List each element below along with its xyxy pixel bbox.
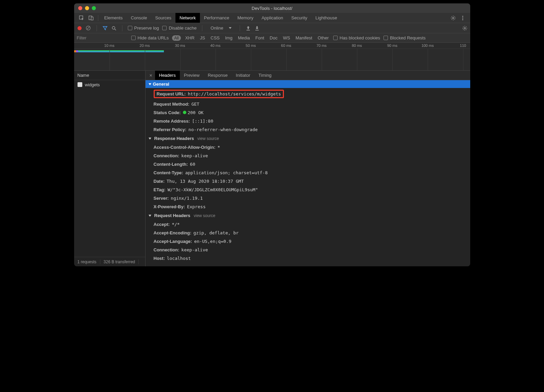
has-blocked-cookies-label: Has blocked cookies	[340, 35, 380, 40]
filter-type-ws[interactable]: WS	[282, 35, 291, 41]
request-headers-section-header[interactable]: Request Headers view source	[146, 211, 470, 220]
clear-icon[interactable]	[86, 25, 91, 31]
detail-tab-timing[interactable]: Timing	[254, 71, 276, 80]
svg-rect-20	[255, 30, 259, 31]
network-main: Name widgets 1 requests 326 B transferre…	[74, 71, 470, 266]
view-source-link[interactable]: view source	[194, 213, 215, 218]
document-icon	[78, 82, 82, 87]
has-blocked-cookies-checkbox[interactable]: Has blocked cookies	[333, 35, 380, 40]
filter-type-css[interactable]: CSS	[209, 35, 221, 41]
status-dot-icon	[183, 111, 186, 114]
tab-security[interactable]: Security	[287, 13, 311, 23]
network-toolbar: Preserve log Disable cache Online	[74, 23, 470, 33]
svg-point-12	[462, 16, 463, 17]
filter-type-js[interactable]: JS	[199, 35, 206, 41]
header-key: Accept-Language:	[154, 239, 192, 244]
timeline-tick: 10 ms	[104, 43, 115, 48]
timeline-gridline	[109, 49, 110, 70]
detail-tab-preview[interactable]: Preview	[180, 71, 204, 80]
svg-rect-2	[91, 17, 93, 20]
filter-type-img[interactable]: Img	[224, 35, 234, 41]
svg-line-10	[452, 19, 452, 20]
close-detail-button[interactable]: ×	[147, 73, 155, 78]
hide-data-urls-checkbox[interactable]: Hide data URLs	[131, 35, 169, 40]
timeline-gridline	[357, 49, 357, 70]
header-key: X-Powered-By:	[154, 204, 185, 209]
divider	[122, 25, 122, 31]
svg-line-18	[115, 29, 116, 30]
preserve-log-label: Preserve log	[134, 25, 159, 31]
request-row-widgets[interactable]: widgets	[74, 80, 145, 89]
header-key: Connection:	[154, 153, 180, 158]
timeline-tick: 70 ms	[317, 43, 327, 48]
blocked-requests-label: Blocked Requests	[390, 35, 426, 40]
chevron-down-icon	[229, 27, 232, 29]
remote-address-key: Remote Address:	[154, 119, 190, 124]
header-value: */*	[172, 222, 180, 227]
general-title: General	[153, 82, 169, 87]
filter-type-media[interactable]: Media	[237, 35, 251, 41]
device-toolbar-icon[interactable]	[88, 15, 94, 21]
search-icon[interactable]	[111, 25, 117, 31]
timeline-tick: 30 ms	[175, 43, 185, 48]
filter-input[interactable]: Filter	[77, 35, 128, 40]
svg-point-3	[452, 17, 454, 18]
tab-performance[interactable]: Performance	[200, 13, 233, 23]
status-code-value: 200 OK	[183, 110, 204, 115]
referrer-policy-key: Referrer Policy:	[154, 127, 187, 132]
header-value: keep-alive	[181, 153, 208, 158]
svg-line-26	[463, 26, 464, 27]
header-value: Express	[187, 204, 206, 209]
filter-type-font[interactable]: Font	[254, 35, 265, 41]
header-value: Thu, 13 Aug 2020 18:10:37 GMT	[167, 179, 244, 184]
timeline-gridline	[463, 49, 463, 70]
timeline-tick: 80 ms	[352, 43, 362, 48]
header-value: W/"3c-XkW/JDGLZCm0X0ELOUMGpiL9suM"	[168, 187, 258, 192]
disable-cache-checkbox[interactable]: Disable cache	[162, 25, 197, 31]
tab-lighthouse[interactable]: Lighthouse	[311, 13, 341, 23]
filter-icon[interactable]	[102, 25, 108, 31]
divider	[202, 25, 202, 31]
record-button[interactable]	[77, 25, 82, 31]
filter-type-manifest[interactable]: Manifest	[294, 35, 313, 41]
throttling-value: Online	[210, 25, 223, 31]
filter-type-all[interactable]: All	[172, 35, 181, 41]
general-section-header[interactable]: General	[146, 80, 470, 88]
request-headers-title: Request Headers	[154, 213, 190, 218]
filter-bar: Filter Hide data URLs AllXHRJSCSSImgMedi…	[74, 33, 470, 43]
tab-network[interactable]: Network	[175, 13, 200, 23]
filter-type-xhr[interactable]: XHR	[184, 35, 196, 41]
tab-console[interactable]: Console	[127, 13, 151, 23]
detail-tab-initiator[interactable]: Initiator	[232, 71, 254, 80]
name-column-header[interactable]: Name	[74, 71, 145, 80]
filter-type-other[interactable]: Other	[317, 35, 330, 41]
tab-elements[interactable]: Elements	[100, 13, 127, 23]
panel-tabbar: ElementsConsoleSourcesNetworkPerformance…	[74, 13, 470, 23]
timeline-overview[interactable]: 10 ms20 ms30 ms40 ms50 ms60 ms70 ms80 ms…	[74, 43, 470, 71]
settings-icon[interactable]	[462, 25, 468, 31]
disclosure-triangle-icon	[149, 83, 151, 85]
header-value: keep-alive	[181, 247, 208, 252]
detail-tab-response[interactable]: Response	[204, 71, 232, 80]
timeline-tick: 40 ms	[210, 43, 221, 48]
header-value: 60	[190, 162, 196, 167]
tab-memory[interactable]: Memory	[233, 13, 257, 23]
header-key: Accept-Encoding:	[154, 230, 191, 235]
download-har-icon[interactable]	[254, 25, 260, 31]
detail-tab-headers[interactable]: Headers	[155, 71, 180, 80]
blocked-requests-checkbox[interactable]: Blocked Requests	[384, 35, 426, 40]
inspect-element-icon[interactable]	[79, 15, 84, 21]
throttling-select[interactable]: Online	[208, 25, 234, 31]
response-headers-section-header[interactable]: Response Headers view source	[146, 134, 470, 143]
tab-sources[interactable]: Sources	[151, 13, 175, 23]
filter-type-doc[interactable]: Doc	[269, 35, 278, 41]
request-method-value: GET	[191, 102, 199, 107]
settings-icon[interactable]	[451, 15, 456, 21]
more-icon[interactable]	[460, 15, 465, 21]
preserve-log-checkbox[interactable]: Preserve log	[128, 25, 159, 31]
view-source-link[interactable]: view source	[198, 136, 219, 141]
header-value: en-US,en;q=0.9	[194, 239, 232, 244]
tab-application[interactable]: Application	[257, 13, 287, 23]
upload-har-icon[interactable]	[245, 25, 251, 31]
devtools-window: DevTools - localhost/ ElementsConsoleSou…	[74, 3, 470, 266]
